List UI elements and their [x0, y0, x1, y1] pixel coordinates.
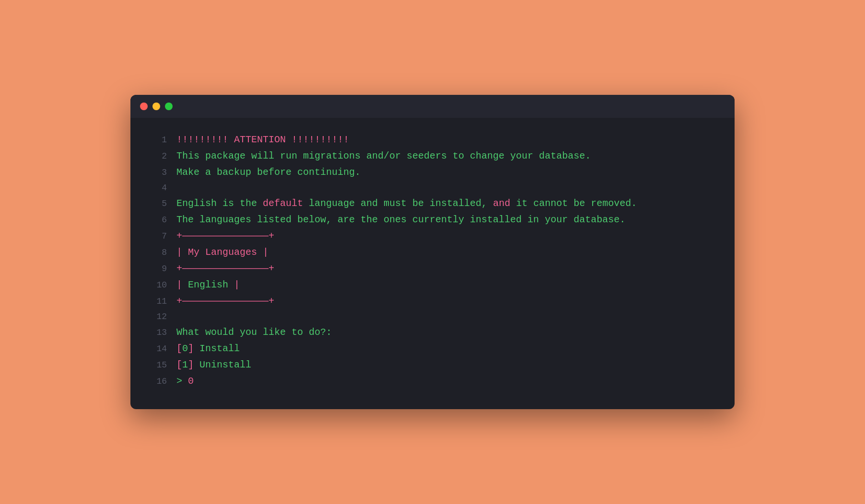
text-span: 0	[182, 343, 188, 354]
line-content: !!!!!!!!! ATTENTION !!!!!!!!!!	[176, 132, 715, 148]
line-number: 10	[150, 278, 167, 292]
terminal-line: 15 [1] Uninstall	[150, 357, 715, 373]
text-span: What would you like to do?:	[176, 327, 332, 338]
text-span: Uninstall	[194, 359, 251, 370]
terminal-body: 1!!!!!!!!! ATTENTION !!!!!!!!!!2This pac…	[130, 118, 735, 409]
text-span: 1	[182, 359, 188, 370]
text-span: |	[176, 279, 188, 290]
line-number: 1	[150, 133, 167, 147]
text-span: +———————————————+	[176, 296, 274, 307]
text-span: it cannot be removed.	[510, 198, 637, 209]
line-number: 7	[150, 229, 167, 243]
titlebar	[130, 95, 735, 118]
text-span: English is the	[176, 198, 263, 209]
line-number: 16	[150, 375, 167, 389]
text-span: +———————————————+	[176, 230, 274, 241]
terminal-line: 12	[150, 310, 715, 324]
line-number: 6	[150, 213, 167, 227]
line-content: Make a backup before continuing.	[176, 165, 715, 180]
text-span: | My Languages |	[176, 247, 269, 258]
text-span: and	[493, 198, 510, 209]
text-span: 0	[188, 376, 194, 387]
terminal-line: 14 [0] Install	[150, 341, 715, 356]
text-span: +———————————————+	[176, 263, 274, 274]
terminal-line: 11+———————————————+	[150, 294, 715, 309]
line-number: 15	[150, 358, 167, 372]
line-content: +———————————————+	[176, 261, 715, 276]
line-content: +———————————————+	[176, 229, 715, 244]
line-number: 13	[150, 326, 167, 340]
maximize-button[interactable]	[165, 103, 173, 110]
text-span: language and must be installed,	[303, 198, 493, 209]
text-span: [	[176, 343, 182, 354]
close-button[interactable]	[140, 103, 148, 110]
terminal-line: 2This package will run migrations and/or…	[150, 149, 715, 164]
terminal-line: 5English is the default language and mus…	[150, 196, 715, 211]
text-span: English	[188, 279, 234, 290]
line-number: 4	[150, 181, 167, 195]
terminal-line: 9+———————————————+	[150, 261, 715, 276]
text-span: ]	[188, 359, 194, 370]
text-span: >	[176, 376, 188, 387]
text-span: The languages listed below, are the ones…	[176, 214, 625, 225]
text-span: !!!!!!!!! ATTENTION !!!!!!!!!!	[176, 134, 349, 145]
line-content: [1] Uninstall	[176, 357, 715, 373]
line-number: 2	[150, 149, 167, 163]
line-content: +———————————————+	[176, 294, 715, 309]
line-content: [0] Install	[176, 341, 715, 356]
terminal-line: 8| My Languages |	[150, 245, 715, 260]
line-number: 12	[150, 310, 167, 324]
text-span: |	[234, 279, 240, 290]
line-content: > 0	[176, 374, 715, 389]
terminal-line: 7+———————————————+	[150, 229, 715, 244]
line-number: 11	[150, 295, 167, 309]
text-span: [	[176, 359, 182, 370]
minimize-button[interactable]	[152, 103, 160, 110]
text-span: This package will run migrations and/or …	[176, 150, 591, 161]
line-number: 5	[150, 197, 167, 211]
terminal-line: 16 > 0	[150, 374, 715, 389]
text-span: ]	[188, 343, 194, 354]
terminal-line: 6The languages listed below, are the one…	[150, 212, 715, 228]
terminal-line: 10| English |	[150, 277, 715, 293]
line-number: 14	[150, 342, 167, 356]
line-content: This package will run migrations and/or …	[176, 149, 715, 164]
line-number: 3	[150, 166, 167, 180]
terminal-line: 3Make a backup before continuing.	[150, 165, 715, 180]
line-content: | My Languages |	[176, 245, 715, 260]
terminal-line: 13 What would you like to do?:	[150, 325, 715, 340]
line-content: English is the default language and must…	[176, 196, 715, 211]
text-span: default	[263, 198, 303, 209]
line-content: | English |	[176, 277, 715, 293]
line-content: The languages listed below, are the ones…	[176, 212, 715, 228]
text-span: Make a backup before continuing.	[176, 167, 361, 178]
terminal-line: 4	[150, 181, 715, 195]
line-content: What would you like to do?:	[176, 325, 715, 340]
terminal-line: 1!!!!!!!!! ATTENTION !!!!!!!!!!	[150, 132, 715, 148]
text-span: Install	[194, 343, 240, 354]
line-number: 8	[150, 246, 167, 260]
terminal-window: 1!!!!!!!!! ATTENTION !!!!!!!!!!2This pac…	[130, 95, 735, 409]
line-number: 9	[150, 262, 167, 276]
